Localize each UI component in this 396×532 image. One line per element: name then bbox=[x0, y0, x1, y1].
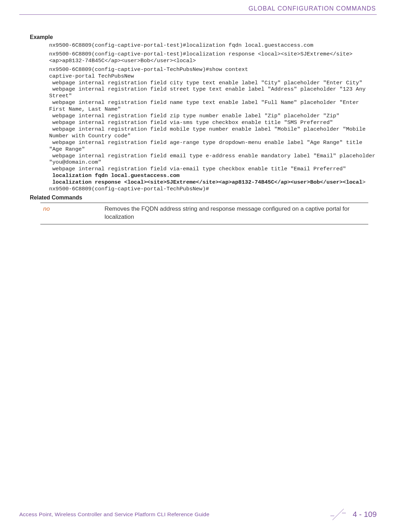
code-block-3: nx9500-6C8809(config-captive-portal-Tech… bbox=[49, 66, 377, 192]
code-line-tail: > bbox=[362, 179, 365, 185]
command-cell: no bbox=[40, 203, 102, 224]
code-line: webpage internal registration field age-… bbox=[49, 139, 365, 152]
code-line: webpage internal registration field emai… bbox=[49, 153, 378, 166]
code-line-bold: localization fqdn local.guestaccess.com bbox=[49, 172, 180, 179]
slash-icon bbox=[330, 507, 346, 522]
footer-text: Access Point, Wireless Controller and Se… bbox=[19, 511, 209, 518]
related-commands-heading: Related Commands bbox=[30, 195, 377, 201]
svg-line-0 bbox=[333, 509, 344, 520]
table-row: no Removes the FQDN address string and r… bbox=[40, 203, 368, 224]
code-line: webpage internal registration field name… bbox=[49, 99, 362, 112]
code-line-bold: localization response <local><site>SJExt… bbox=[49, 179, 362, 185]
code-line: webpage internal registration field mobi… bbox=[49, 126, 369, 139]
code-line: webpage internal registration field zip … bbox=[49, 113, 340, 119]
code-line: webpage internal registration field via-… bbox=[49, 119, 333, 126]
page-content: Example nx9500-6C8809(config-captive-por… bbox=[19, 15, 377, 224]
related-commands-table: no Removes the FQDN address string and r… bbox=[40, 203, 368, 224]
code-block-2: nx9500-6C8809(config-captive-portal-test… bbox=[49, 51, 377, 64]
code-block-1: nx9500-6C8809(config-captive-portal-test… bbox=[49, 42, 377, 49]
page-footer: Access Point, Wireless Controller and Se… bbox=[19, 507, 377, 522]
code-line: nx9500-6C8809(config-captive-portal-Tech… bbox=[49, 186, 209, 192]
example-heading: Example bbox=[30, 34, 377, 40]
code-line: webpage internal registration field city… bbox=[49, 80, 362, 86]
code-line: webpage internal registration field via-… bbox=[49, 166, 346, 172]
code-line: webpage internal registration field stre… bbox=[49, 86, 369, 99]
description-cell: Removes the FQDN address string and resp… bbox=[102, 203, 368, 224]
page-number: 4 - 109 bbox=[353, 510, 377, 519]
code-line: nx9500-6C8809(config-captive-portal-Tech… bbox=[49, 66, 248, 73]
running-header: GLOBAL CONFIGURATION COMMANDS bbox=[19, 5, 377, 12]
code-line: captive-portal TechPubsNew bbox=[49, 73, 134, 79]
